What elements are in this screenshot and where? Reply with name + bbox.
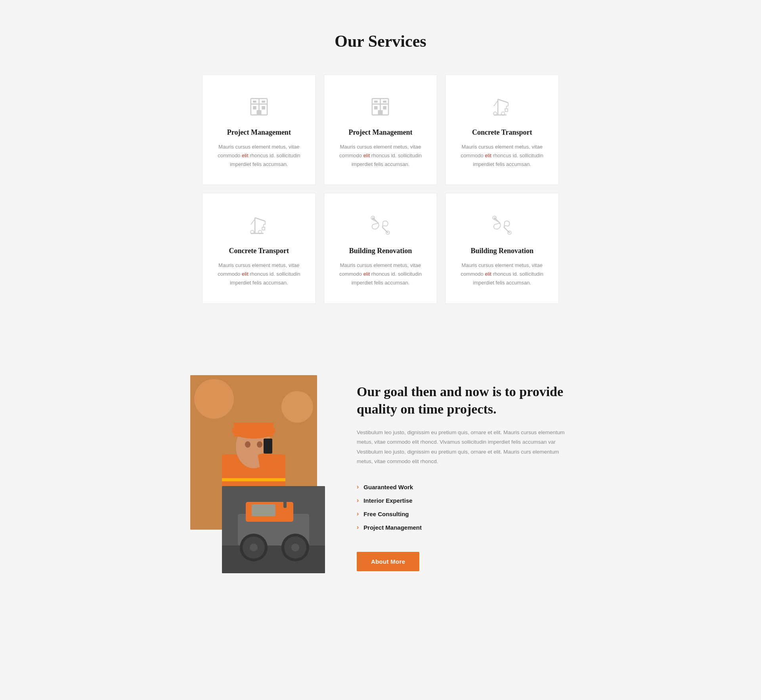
building-icon: [247, 95, 271, 118]
feature-interior-expertise: › Interior Expertise: [357, 494, 571, 507]
card-2-desc: Mauris cursus element metus, vitae commo…: [336, 143, 425, 169]
svg-rect-11: [375, 106, 378, 109]
svg-rect-12: [383, 106, 387, 109]
feature-label-1: Guaranteed Work: [363, 484, 413, 490]
about-description: Vestibulum leo justo, dignissim eu preti…: [357, 428, 571, 466]
svg-rect-6: [262, 101, 265, 103]
feature-label-4: Project Management: [363, 524, 422, 531]
service-card-building-renovation-2: Building Renovation Mauris cursus elemen…: [445, 193, 559, 303]
service-card-concrete-transport-2: Concrete Transport Mauris cursus element…: [202, 193, 316, 303]
about-section: Our goal then and now is to provide qual…: [0, 343, 761, 613]
svg-rect-55: [222, 546, 325, 573]
feature-label-2: Interior Expertise: [363, 497, 412, 504]
svg-point-42: [281, 391, 313, 423]
svg-point-63: [291, 544, 299, 551]
tools-icon-2: [490, 213, 514, 237]
service-card-building-renovation-1: Building Renovation Mauris cursus elemen…: [324, 193, 438, 303]
svg-rect-47: [234, 423, 273, 437]
feature-free-consulting: › Free Consulting: [357, 507, 571, 521]
svg-rect-51: [264, 439, 272, 454]
services-grid: Project Management Mauris cursus element…: [202, 74, 559, 304]
feature-guaranteed-work: › Guaranteed Work: [357, 480, 571, 494]
about-content: Our goal then and now is to provide qual…: [357, 375, 571, 572]
crane-icon: [490, 95, 514, 118]
svg-line-33: [251, 219, 255, 225]
svg-rect-7: [256, 110, 261, 115]
about-images: [190, 375, 325, 573]
svg-line-17: [498, 99, 508, 103]
features-list: › Guaranteed Work › Interior Expertise ›…: [357, 480, 571, 534]
card-1-desc: Mauris cursus element metus, vitae commo…: [214, 143, 304, 169]
tools-icon: [369, 213, 392, 237]
feature-project-management: › Project Management: [357, 521, 571, 534]
card-5-title: Building Renovation: [336, 247, 425, 255]
roller-image: [222, 486, 325, 573]
card-3-title: Concrete Transport: [457, 128, 547, 137]
card-6-title: Building Renovation: [457, 247, 547, 255]
service-card-concrete-transport-1: Concrete Transport Mauris cursus element…: [445, 74, 559, 185]
crane-icon-2: [247, 213, 271, 237]
svg-point-60: [250, 544, 258, 551]
svg-point-49: [257, 441, 262, 448]
svg-rect-4: [262, 106, 265, 109]
chevron-icon-2: ›: [357, 497, 359, 504]
services-title: Our Services: [8, 32, 753, 51]
feature-label-3: Free Consulting: [363, 511, 409, 517]
svg-line-27: [255, 217, 265, 221]
card-3-desc: Mauris cursus element metus, vitae commo…: [457, 143, 547, 169]
page-wrapper: Our Services Project Manage: [0, 0, 761, 613]
about-more-button[interactable]: About More: [357, 552, 419, 571]
service-card-project-management-2: Project Management Mauris cursus element…: [324, 74, 438, 185]
svg-point-41: [194, 379, 234, 419]
services-section: Our Services Project Manage: [0, 0, 761, 343]
card-2-title: Project Management: [336, 128, 425, 137]
card-1-title: Project Management: [214, 128, 304, 137]
svg-rect-52: [222, 478, 285, 481]
svg-rect-15: [378, 110, 383, 115]
svg-rect-3: [253, 106, 256, 109]
card-5-desc: Mauris cursus element metus, vitae commo…: [336, 261, 425, 287]
svg-rect-65: [283, 496, 287, 508]
card-4-title: Concrete Transport: [214, 247, 304, 255]
card-4-desc: Mauris cursus element metus, vitae commo…: [214, 261, 304, 287]
svg-rect-64: [252, 504, 275, 516]
service-card-project-management-1: Project Management Mauris cursus element…: [202, 74, 316, 185]
svg-line-23: [494, 101, 498, 106]
about-inner: Our goal then and now is to provide qual…: [190, 375, 571, 573]
about-heading: Our goal then and now is to provide qual…: [357, 383, 571, 418]
chevron-icon-4: ›: [357, 524, 359, 531]
svg-rect-14: [383, 101, 387, 103]
card-6-desc: Mauris cursus element metus, vitae commo…: [457, 261, 547, 287]
svg-rect-5: [253, 101, 256, 103]
building-icon-2: [369, 95, 392, 118]
svg-rect-31: [262, 227, 265, 230]
chevron-icon-3: ›: [357, 510, 359, 517]
svg-rect-13: [375, 101, 378, 103]
svg-rect-21: [505, 109, 508, 111]
svg-point-48: [245, 441, 250, 448]
chevron-icon-1: ›: [357, 483, 359, 490]
